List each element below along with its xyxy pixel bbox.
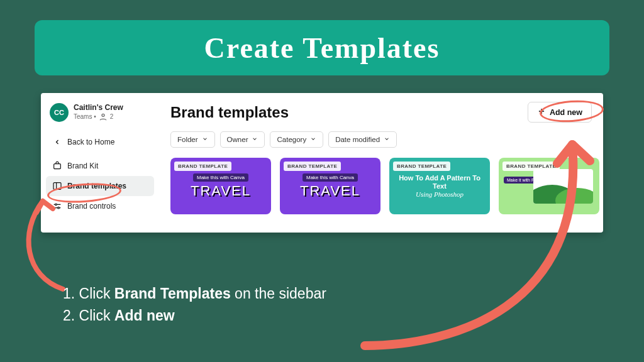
sidebar-item-label: Brand Kit — [67, 162, 98, 170]
svg-rect-1 — [54, 164, 61, 169]
svg-point-7 — [58, 207, 60, 209]
instruction-step-2: Click Add new — [63, 305, 326, 327]
template-card[interactable]: BRAND TEMPLATE How To Add A Pattern To T… — [389, 158, 490, 214]
template-card[interactable]: BRAND TEMPLATE Make it with Photoshop — [499, 158, 599, 214]
add-new-label: Add new — [550, 108, 582, 117]
sidebar-item-brand-kit[interactable]: Brand Kit — [46, 156, 154, 176]
brand-kit-icon — [52, 161, 62, 171]
slide-title-banner: Create Templates — [35, 20, 609, 75]
filter-date-modified[interactable]: Date modified — [328, 131, 397, 148]
template-card-row: BRAND TEMPLATE Make this with Canva TRAV… — [170, 158, 592, 214]
card-ribbon: Make this with Canva — [193, 173, 248, 182]
card-title: TRAVEL — [300, 183, 360, 199]
filter-folder[interactable]: Folder — [170, 131, 215, 148]
sidebar-item-brand-controls[interactable]: Brand controls — [46, 196, 154, 216]
card-tag: BRAND TEMPLATE — [284, 162, 341, 171]
filter-label: Owner — [227, 136, 248, 143]
page-title: Brand templates — [170, 104, 289, 121]
avatar: CC — [50, 103, 69, 122]
team-name: Caitlin's Crew — [74, 103, 123, 112]
instruction-step-1: Click Brand Templates on the sidebar — [63, 283, 326, 305]
chevron-down-icon — [252, 136, 258, 143]
sidebar-item-brand-templates[interactable]: Brand templates — [46, 176, 154, 196]
svg-point-6 — [55, 204, 57, 206]
team-subtext: Teams • 2 — [74, 112, 123, 122]
card-tag: BRAND TEMPLATE — [174, 162, 231, 171]
sidebar: CC Caitlin's Crew Teams • 2 Back to Home… — [41, 93, 159, 233]
filter-label: Date modified — [335, 136, 380, 143]
filter-owner[interactable]: Owner — [220, 131, 265, 148]
sliders-icon — [52, 201, 62, 211]
card-ribbon: Make this with Canva — [303, 173, 358, 182]
filter-label: Category — [277, 136, 306, 143]
chevron-left-icon — [52, 137, 62, 147]
plus-icon — [537, 107, 546, 118]
team-switcher[interactable]: CC Caitlin's Crew Teams • 2 — [46, 101, 154, 124]
avatar-initials: CC — [54, 109, 64, 116]
svg-point-0 — [102, 114, 104, 117]
card-title: TRAVEL — [191, 183, 251, 199]
slide-title: Create Templates — [204, 31, 440, 65]
filter-bar: Folder Owner Category Date modified — [170, 131, 592, 148]
back-to-home-link[interactable]: Back to Home — [46, 132, 154, 152]
add-new-button[interactable]: Add new — [528, 102, 592, 123]
card-text-line1: How To Add A Pattern To Text — [392, 174, 487, 190]
back-label: Back to Home — [67, 138, 114, 146]
filter-label: Folder — [177, 136, 198, 143]
templates-icon — [52, 181, 62, 191]
people-icon — [98, 112, 108, 122]
instruction-list: Click Brand Templates on the sidebar Cli… — [63, 283, 326, 326]
sidebar-item-label: Brand templates — [67, 182, 126, 190]
svg-rect-2 — [53, 183, 61, 190]
chevron-down-icon — [202, 136, 208, 143]
template-card[interactable]: BRAND TEMPLATE Make this with Canva TRAV… — [280, 158, 380, 214]
chevron-down-icon — [310, 136, 316, 143]
main-content: Brand templates Add new Folder Owner Cat… — [159, 93, 603, 233]
card-text-line2: Using Photoshop — [416, 190, 464, 198]
chevron-down-icon — [384, 136, 390, 143]
card-tag: BRAND TEMPLATE — [393, 162, 450, 171]
card-thumbnail — [533, 169, 593, 204]
app-screenshot-panel: CC Caitlin's Crew Teams • 2 Back to Home… — [41, 93, 603, 233]
sidebar-item-label: Brand controls — [67, 202, 116, 211]
template-card[interactable]: BRAND TEMPLATE Make this with Canva TRAV… — [170, 158, 271, 214]
filter-category[interactable]: Category — [270, 131, 323, 148]
